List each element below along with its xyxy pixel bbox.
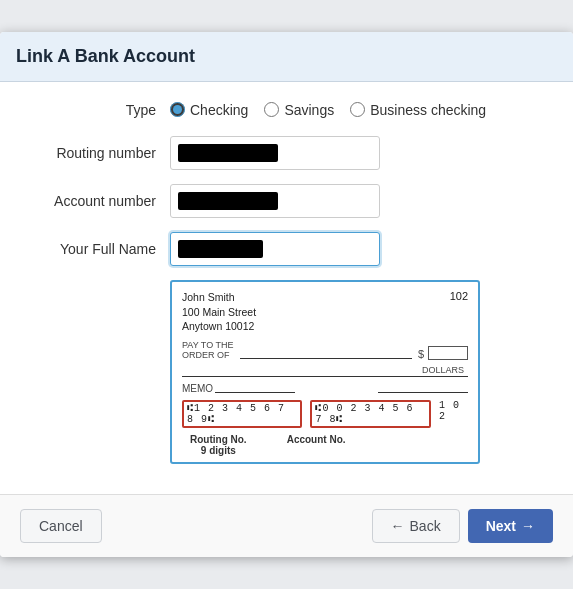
- next-arrow-icon: →: [521, 518, 535, 534]
- account-type-radio-group: Checking Savings Business checking: [170, 102, 486, 118]
- business-option[interactable]: Business checking: [350, 102, 486, 118]
- check-pay-line: [240, 358, 412, 359]
- type-row: Type Checking Savings Business checking: [30, 102, 543, 118]
- account-label: Account number: [30, 193, 170, 209]
- check-number: 102: [450, 290, 468, 334]
- check-memo-row: MEMO: [182, 383, 468, 394]
- account-no-label: Account No.: [287, 434, 346, 445]
- routing-label: Routing number: [30, 145, 170, 161]
- routing-digits-label: 9 digits: [190, 445, 247, 456]
- check-dollar-box: [428, 346, 468, 360]
- cancel-button[interactable]: Cancel: [20, 509, 102, 543]
- check-address1: 100 Main Street: [182, 305, 256, 320]
- account-row: Account number: [30, 184, 543, 218]
- memo-label: MEMO: [182, 383, 213, 394]
- check-labels-row: Routing No. 9 digits Account No.: [182, 434, 468, 456]
- fullname-input[interactable]: [170, 232, 380, 266]
- check-top: John Smith 100 Main Street Anytown 10012…: [182, 290, 468, 334]
- micr-routing: ⑆1 2 3 4 5 6 7 8 9⑆: [182, 400, 302, 428]
- back-button[interactable]: ← Back: [372, 509, 460, 543]
- check-address2: Anytown 10012: [182, 319, 256, 334]
- back-button-label: Back: [410, 518, 441, 534]
- check-micr-row: ⑆1 2 3 4 5 6 7 8 9⑆ ⑆0 0 2 3 4 5 6 7 8⑆ …: [182, 400, 468, 428]
- check-memo-section: MEMO: [182, 383, 295, 394]
- modal-body: Type Checking Savings Business checking …: [0, 82, 573, 494]
- checking-option[interactable]: Checking: [170, 102, 248, 118]
- pay-to-label: PAY TO THEORDER OF: [182, 340, 234, 360]
- modal-footer: Cancel ← Back Next →: [0, 494, 573, 557]
- savings-radio[interactable]: [264, 102, 279, 117]
- checking-radio[interactable]: [170, 102, 185, 117]
- check-name: John Smith: [182, 290, 256, 305]
- check-dollars-line: DOLLARS: [182, 364, 468, 377]
- routing-input-wrapper: [170, 136, 380, 170]
- routing-no-label: Routing No.: [190, 434, 247, 445]
- check-container: John Smith 100 Main Street Anytown 10012…: [170, 280, 543, 464]
- fullname-label: Your Full Name: [30, 241, 170, 257]
- footer-right-buttons: ← Back Next →: [372, 509, 553, 543]
- check-name-address: John Smith 100 Main Street Anytown 10012: [182, 290, 256, 334]
- account-label-item: Account No.: [287, 434, 346, 456]
- back-arrow-icon: ←: [391, 518, 405, 534]
- checking-label: Checking: [190, 102, 248, 118]
- fullname-row: Your Full Name: [30, 232, 543, 266]
- business-label: Business checking: [370, 102, 486, 118]
- check-image: John Smith 100 Main Street Anytown 10012…: [170, 280, 480, 464]
- modal-header: Link A Bank Account: [0, 32, 573, 82]
- dollars-label: DOLLARS: [422, 365, 464, 375]
- dollar-sign: $: [418, 348, 424, 360]
- modal: Link A Bank Account Type Checking Saving…: [0, 32, 573, 557]
- micr-account: ⑆0 0 2 3 4 5 6 7 8⑆: [310, 400, 430, 428]
- next-button-label: Next: [486, 518, 516, 534]
- next-button[interactable]: Next →: [468, 509, 553, 543]
- fullname-input-wrapper: [170, 232, 380, 266]
- micr-check-num: 1 0 2: [439, 400, 468, 428]
- type-label: Type: [30, 102, 170, 118]
- check-sig-line: [378, 383, 468, 393]
- check-pay-row: PAY TO THEORDER OF $: [182, 340, 468, 360]
- business-radio[interactable]: [350, 102, 365, 117]
- account-input-wrapper: [170, 184, 380, 218]
- routing-input[interactable]: [170, 136, 380, 170]
- check-memo-line-underline: [215, 392, 295, 393]
- account-input[interactable]: [170, 184, 380, 218]
- routing-label-item: Routing No. 9 digits: [190, 434, 247, 456]
- modal-title: Link A Bank Account: [16, 46, 557, 67]
- savings-label: Savings: [284, 102, 334, 118]
- savings-option[interactable]: Savings: [264, 102, 334, 118]
- routing-row: Routing number: [30, 136, 543, 170]
